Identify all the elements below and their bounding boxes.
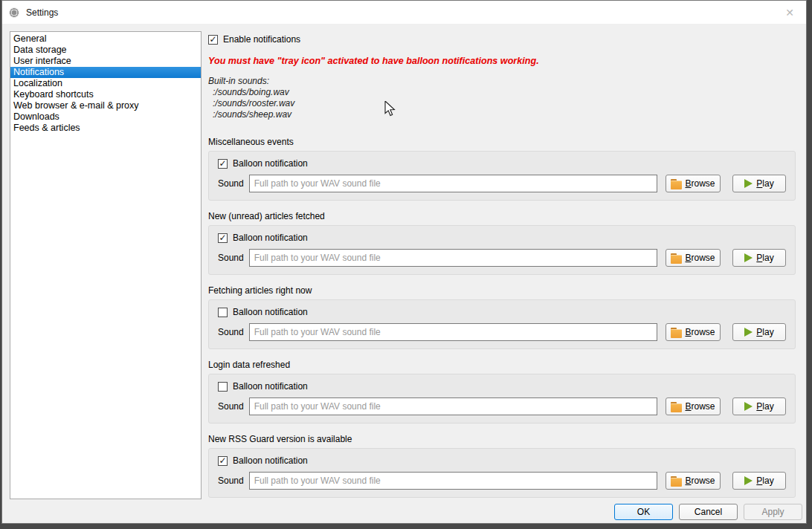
play-icon — [744, 402, 753, 411]
play-button[interactable]: Play — [732, 175, 786, 192]
sidebar-item-keyboard-shortcuts[interactable]: Keyboard shortcuts — [10, 89, 201, 100]
sound-row: Sound Browse Play — [218, 472, 786, 490]
builtin-sounds-note: Built-in sounds: :/sounds/boing.wav :/so… — [208, 76, 796, 120]
sidebar-item-data-storage[interactable]: Data storage — [10, 45, 201, 56]
sidebar-item-user-interface[interactable]: User interface — [10, 56, 201, 67]
browse-button-label: Browse — [685, 178, 715, 189]
play-button[interactable]: Play — [732, 472, 786, 490]
sidebar-item-notifications[interactable]: Notifications — [10, 67, 201, 78]
sidebar-item-general[interactable]: General — [10, 33, 201, 45]
tray-icon-warning-text: You must have "tray icon" activated to h… — [208, 56, 796, 66]
browse-button[interactable]: Browse — [666, 249, 721, 267]
browse-button-label: Browse — [685, 253, 715, 263]
sound-path-input[interactable] — [249, 323, 657, 341]
section-panel: Balloon notification Sound Browse Play — [208, 374, 796, 423]
builtin-sound-path: :/sounds/rooster.wav — [208, 98, 796, 109]
balloon-notification-checkbox[interactable] — [218, 308, 228, 317]
title-bar[interactable]: Settings ✕ — [2, 1, 806, 24]
folder-icon — [671, 179, 682, 189]
cancel-button[interactable]: Cancel — [679, 504, 738, 520]
sound-path-input[interactable] — [249, 472, 657, 490]
balloon-notification-checkbox[interactable] — [218, 382, 228, 392]
browse-button[interactable]: Browse — [666, 397, 721, 415]
notification-sections: Miscellaneous events ✓ Balloon notificat… — [208, 137, 796, 498]
sound-row: Sound Browse Play — [218, 249, 786, 267]
balloon-notification-checkbox[interactable]: ✓ — [218, 159, 228, 169]
builtin-sound-path: :/sounds/boing.wav — [208, 87, 796, 98]
play-button-label: Play — [756, 401, 773, 412]
sound-label: Sound — [218, 178, 244, 189]
balloon-notification-label: Balloon notification — [233, 158, 308, 169]
section-panel: ✓ Balloon notification Sound Browse Play — [208, 225, 796, 275]
sound-path-input[interactable] — [249, 397, 657, 415]
play-icon — [744, 476, 753, 485]
sound-path-input[interactable] — [249, 249, 657, 267]
settings-icon — [9, 7, 19, 18]
section-panel: ✓ Balloon notification Sound Browse Play — [208, 151, 796, 201]
balloon-notification-label: Balloon notification — [233, 455, 308, 466]
folder-icon — [671, 402, 682, 412]
balloon-checkbox-row[interactable]: ✓ Balloon notification — [218, 158, 786, 169]
enable-notifications-checkbox[interactable]: ✓ — [208, 35, 218, 45]
builtin-sound-path: :/sounds/sheep.wav — [208, 109, 796, 120]
notification-section: Fetching articles right now Balloon noti… — [208, 285, 796, 349]
play-button-label: Play — [756, 327, 773, 337]
play-icon — [744, 179, 753, 188]
play-button-label: Play — [756, 253, 773, 263]
sound-row: Sound Browse Play — [218, 175, 786, 192]
sound-path-input[interactable] — [249, 175, 657, 192]
balloon-notification-label: Balloon notification — [233, 307, 308, 317]
section-title: Miscellaneous events — [208, 137, 796, 147]
balloon-checkbox-row[interactable]: ✓ Balloon notification — [218, 233, 786, 243]
settings-category-list: GeneralData storageUser interfaceNotific… — [10, 31, 202, 499]
close-icon[interactable]: ✕ — [782, 5, 797, 20]
section-title: New (unread) articles fetched — [208, 211, 796, 221]
apply-button[interactable]: Apply — [744, 504, 802, 520]
play-button[interactable]: Play — [732, 249, 786, 267]
browse-button-label: Browse — [685, 327, 715, 337]
balloon-checkbox-row[interactable]: Balloon notification — [218, 307, 786, 317]
desktop-background: { "window": { "title": "Settings" }, "ic… — [0, 0, 812, 529]
section-panel: Balloon notification Sound Browse Play — [208, 299, 796, 349]
sidebar-item-feeds-articles[interactable]: Feeds & articles — [10, 123, 201, 134]
notification-section: Login data refreshed Balloon notificatio… — [208, 360, 796, 423]
folder-icon — [671, 476, 682, 486]
sound-label: Sound — [218, 476, 244, 486]
balloon-checkbox-row[interactable]: Balloon notification — [218, 381, 786, 392]
sound-label: Sound — [218, 327, 244, 337]
balloon-notification-label: Balloon notification — [233, 233, 308, 243]
balloon-notification-checkbox[interactable]: ✓ — [218, 456, 228, 466]
section-title: New RSS Guard version is available — [208, 434, 796, 444]
enable-notifications-label: Enable notifications — [223, 34, 300, 45]
notification-section: New RSS Guard version is available ✓ Bal… — [208, 434, 796, 498]
balloon-notification-checkbox[interactable]: ✓ — [218, 233, 228, 243]
balloon-checkbox-row[interactable]: ✓ Balloon notification — [218, 455, 786, 466]
notifications-page: ✓ Enable notifications You must have "tr… — [208, 31, 796, 508]
notification-section: New (unread) articles fetched ✓ Balloon … — [208, 211, 796, 275]
notification-section: Miscellaneous events ✓ Balloon notificat… — [208, 137, 796, 201]
browse-button[interactable]: Browse — [666, 472, 721, 490]
sidebar-item-localization[interactable]: Localization — [10, 78, 201, 89]
play-button[interactable]: Play — [732, 397, 786, 415]
sound-label: Sound — [218, 401, 244, 412]
settings-dialog: Settings ✕ GeneralData storageUser inter… — [1, 0, 807, 524]
folder-icon — [671, 328, 682, 337]
browse-button[interactable]: Browse — [666, 175, 721, 192]
dialog-buttons: OK Cancel Apply — [614, 504, 802, 520]
browse-button-label: Browse — [685, 476, 715, 486]
ok-button[interactable]: OK — [614, 504, 673, 520]
sidebar-item-downloads[interactable]: Downloads — [10, 111, 201, 123]
play-icon — [744, 253, 753, 262]
section-title: Login data refreshed — [208, 360, 796, 370]
section-title: Fetching articles right now — [208, 285, 796, 296]
builtin-sounds-title: Built-in sounds: — [208, 76, 796, 87]
sound-label: Sound — [218, 253, 244, 263]
play-button[interactable]: Play — [732, 323, 786, 341]
sound-row: Sound Browse Play — [218, 323, 786, 341]
play-icon — [744, 328, 753, 337]
folder-icon — [671, 253, 682, 263]
sidebar-item-web-browser-e-mail-proxy[interactable]: Web browser & e-mail & proxy — [10, 100, 201, 111]
enable-notifications-checkbox-row[interactable]: ✓ Enable notifications — [208, 34, 796, 45]
balloon-notification-label: Balloon notification — [233, 381, 308, 392]
browse-button[interactable]: Browse — [666, 323, 721, 341]
